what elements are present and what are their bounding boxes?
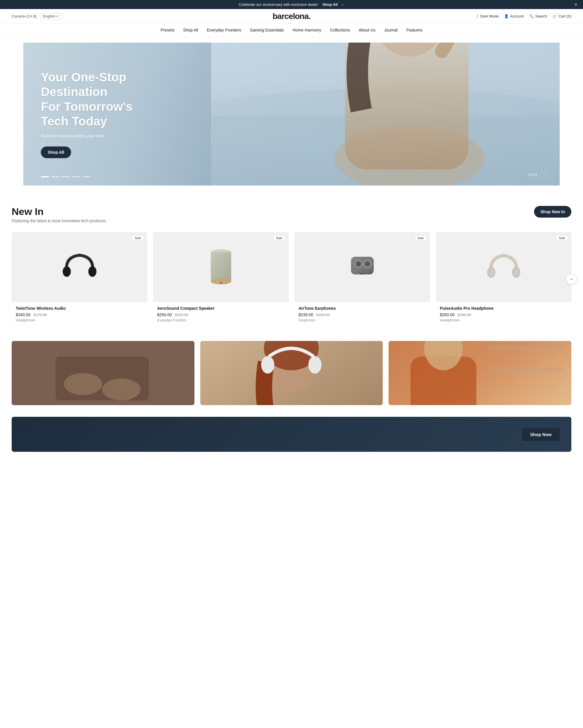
product-grid-next-button[interactable]: →	[566, 274, 577, 284]
svg-rect-46	[488, 367, 564, 372]
product-info-3: AirTune Earphones $239.00 $280.00 Earpho…	[295, 302, 430, 327]
hero-dot-4[interactable]	[72, 176, 80, 177]
product-grid: Sale	[12, 232, 571, 327]
product-category-2: Everyday Frontiers	[157, 318, 284, 322]
hero-heading: Your One-Stop Destination For Tomorrow's…	[41, 70, 163, 129]
shop-now-button[interactable]: Shop Now	[522, 428, 560, 441]
new-in-subtitle: Featuring the latest & most innovative t…	[12, 218, 107, 223]
product-image-3: Sale	[295, 232, 430, 302]
site-logo[interactable]: barcelona.	[273, 12, 310, 21]
hero-dot-1[interactable]	[41, 176, 49, 177]
nav-features[interactable]: Features	[406, 28, 422, 32]
top-header: Canada (CA $) English ▾ barcelona. ☽ Dar…	[0, 9, 583, 24]
cart-icon: 🛒	[552, 14, 557, 18]
hero-wrapper: Your One-Stop Destination For Tomorrow's…	[0, 37, 583, 191]
chevron-down-icon: ▾	[57, 15, 58, 18]
account-link[interactable]: 👤 Account	[504, 14, 524, 18]
svg-rect-38	[56, 357, 149, 401]
new-in-section: New In Featuring the latest & most innov…	[0, 191, 583, 341]
account-icon: 👤	[504, 14, 509, 18]
sale-badge-4: Sale	[556, 235, 568, 241]
product-card-1[interactable]: Sale	[12, 232, 147, 327]
dark-mode-toggle[interactable]: ☽ Dark Mode	[475, 14, 499, 18]
product-price-4: $350.00 $390.00	[440, 312, 567, 317]
svg-point-33	[489, 269, 494, 276]
bottom-image-2[interactable]	[200, 341, 383, 405]
bottom-image-2-svg	[200, 341, 383, 405]
product-category-3: Earphones	[299, 318, 426, 322]
nav-home-harmony[interactable]: Home Harmony	[293, 28, 321, 32]
product-category-4: Headphones	[440, 318, 567, 322]
hero-slider-dots	[41, 176, 91, 177]
main-navigation: Presets Shop All Everyday Frontiers Gami…	[0, 24, 583, 37]
search-link[interactable]: 🔍 Search	[529, 14, 547, 18]
svg-point-11	[63, 266, 71, 277]
svg-point-43	[308, 356, 321, 374]
nav-gaming-essentials[interactable]: Gaming Essentials	[250, 28, 284, 32]
shop-new-in-button[interactable]: Shop New In	[534, 206, 571, 217]
sale-badge-1: Sale	[132, 235, 144, 241]
svg-point-12	[88, 266, 96, 277]
hero-scroll-indicator: Scroll ↓	[528, 170, 548, 179]
nav-journal[interactable]: Journal	[384, 28, 397, 32]
hero-cta-button[interactable]: Shop All	[41, 147, 71, 158]
bottom-image-3-svg	[389, 341, 571, 405]
new-in-heading-group: New In Featuring the latest & most innov…	[12, 206, 107, 223]
svg-rect-45	[488, 346, 564, 350]
bottom-image-3[interactable]	[389, 341, 571, 405]
announcement-bar: Celebrate our anniversary with exclusive…	[0, 0, 583, 9]
header-left: Canada (CA $) English ▾	[12, 12, 61, 20]
language-selector[interactable]: English ▾	[40, 12, 61, 20]
product-card-3[interactable]: Sale	[295, 232, 430, 327]
nav-collections[interactable]: Collections	[330, 28, 350, 32]
locale-label: Canada (CA $)	[12, 14, 37, 18]
scroll-label: Scroll	[528, 172, 537, 177]
cart-link[interactable]: 🛒 Cart (0)	[552, 14, 571, 18]
product-info-1: TwistTune Wireless Audio $340.00 $170.00…	[12, 302, 147, 327]
svg-point-25	[356, 261, 361, 266]
product-grid-wrapper: Sale	[12, 232, 571, 327]
product-image-4: Sale	[436, 232, 571, 302]
sale-badge-3: Sale	[415, 235, 426, 241]
product-info-2: AeroSound Compact Speaker $250.00 $320.0…	[153, 302, 288, 327]
product-name-2: AeroSound Compact Speaker	[157, 306, 284, 311]
product-image-2: Sale	[153, 232, 288, 302]
product-name-3: AirTune Earphones	[299, 306, 426, 311]
bottom-image-grid	[0, 341, 583, 417]
hero-dot-2[interactable]	[51, 176, 59, 177]
headphones-light-svg	[485, 248, 523, 286]
announcement-close[interactable]: ×	[575, 2, 577, 7]
language-label: English	[43, 14, 55, 18]
product-name-1: TwistTune Wireless Audio	[16, 306, 143, 311]
product-image-1: Sale	[12, 232, 147, 302]
earphones-svg	[343, 251, 381, 283]
hero-image	[211, 43, 560, 185]
scroll-down-icon: ↓	[540, 170, 548, 179]
product-card-2[interactable]: Sale	[153, 232, 288, 327]
svg-point-34	[513, 269, 519, 276]
bottom-image-1[interactable]	[12, 341, 194, 405]
product-info-4: PulseAudio Pro Headphone $350.00 $390.00…	[436, 302, 571, 327]
bottom-image-1-svg	[12, 341, 194, 405]
svg-point-42	[261, 356, 274, 374]
product-category-1: Headphones	[16, 318, 143, 322]
hero-banner: Your One-Stop Destination For Tomorrow's…	[23, 43, 560, 185]
nav-shop-all[interactable]: Shop All	[183, 28, 198, 32]
moon-icon: ☽	[475, 14, 479, 18]
svg-point-27	[365, 261, 370, 266]
announcement-text: Celebrate our anniversary with exclusive…	[239, 2, 318, 7]
nav-about-us[interactable]: About Us	[359, 28, 376, 32]
svg-rect-28	[360, 273, 365, 275]
new-in-header: New In Featuring the latest & most innov…	[12, 206, 571, 223]
product-card-4[interactable]: Sale	[436, 232, 571, 327]
search-icon: 🔍	[529, 14, 534, 18]
nav-presets[interactable]: Presets	[161, 28, 174, 32]
headphones-dark-svg	[61, 248, 99, 286]
header-right: ☽ Dark Mode 👤 Account 🔍 Search 🛒 Cart (0…	[475, 14, 571, 18]
nav-everyday-frontiers[interactable]: Everyday Frontiers	[207, 28, 241, 32]
hero-dot-3[interactable]	[62, 176, 70, 177]
product-price-3: $239.00 $280.00	[299, 312, 426, 317]
shop-now-banner: Shop Now	[12, 417, 571, 452]
hero-dot-5[interactable]	[83, 176, 91, 177]
announcement-link[interactable]: Shop All	[323, 2, 338, 7]
